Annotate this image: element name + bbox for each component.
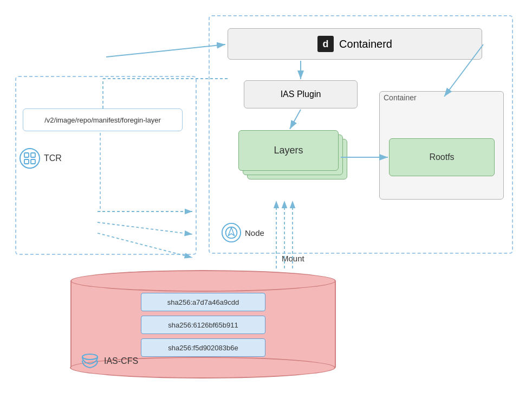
rootfs-label: Rootfs [429,152,454,162]
node-label-group: Node [221,222,264,243]
sha-label-3: sha256:f5d902083b6e [168,344,238,352]
sha-box-2: sha256:6126bf65b911 [141,316,265,334]
sha-label-2: sha256:6126bf65b911 [168,321,238,329]
ias-cfs-icon [80,351,100,371]
layers-label: Layers [274,145,303,156]
svg-rect-2 [31,153,35,157]
svg-rect-3 [24,159,29,164]
ias-cfs-text: IAS-CFS [104,356,138,366]
sha-box-3: sha256:f5d902083b6e [141,338,265,357]
arrow-tcr-to-containerd [106,44,225,57]
node-text: Node [245,228,264,238]
containerd-label: Containerd [339,38,392,50]
containerd-icon: d [317,36,334,52]
svg-point-5 [222,223,241,242]
container-label: Container [384,93,417,102]
tcr-label-group: TCR [19,148,62,169]
manifest-path-label: /v2/image/repo/manifest/foregin-layer [44,116,161,124]
sha-label-1: sha256:a7d7a46a9cdd [167,298,239,306]
rootfs-box: Rootfs [389,138,495,176]
node-icon [221,222,242,243]
svg-point-6 [226,227,237,239]
svg-rect-1 [24,153,29,157]
layer-card-front: Layers [238,130,339,171]
tcr-text: TCR [44,153,62,163]
ias-cfs-cylinder: sha256:a7d7a46a9cdd sha256:6126bf65b911 … [70,270,336,379]
svg-point-0 [20,149,40,168]
ias-cfs-label-group: IAS-CFS [80,351,138,371]
svg-rect-4 [31,159,35,164]
svg-point-7 [82,354,98,360]
layers-stack: Layers [238,130,349,193]
sha-box-1: sha256:a7d7a46a9cdd [141,293,265,311]
tcr-icon [19,148,41,169]
containerd-box: d Containerd [228,28,482,60]
manifest-box: /v2/image/repo/manifest/foregin-layer [23,108,183,131]
ias-plugin-label: IAS Plugin [281,89,321,99]
mount-label: Mount [282,254,304,263]
ias-plugin-box: IAS Plugin [244,80,358,108]
cylinder-top [70,270,336,292]
diagram-container: d Containerd IAS Plugin Container Rootfs… [0,0,532,404]
